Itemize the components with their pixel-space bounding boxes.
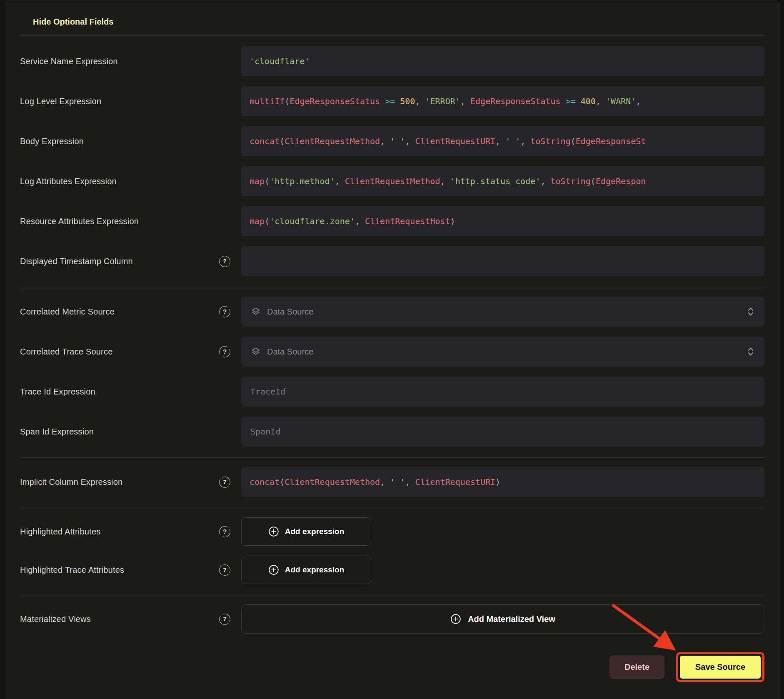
help-icon[interactable]: ? [219, 306, 230, 317]
help-icon[interactable]: ? [219, 477, 230, 488]
body-expression-label: Body Expression [20, 137, 84, 146]
section-divider [20, 595, 764, 595]
hide-optional-fields-link[interactable]: Hide Optional Fields [33, 16, 113, 27]
span-id-expression-label: Span Id Expression [20, 427, 94, 437]
correlated-metric-source-select[interactable]: Data Source [241, 297, 764, 327]
add-materialized-view-button[interactable]: Add Materialized View [241, 604, 764, 634]
add-expression-button[interactable]: Add expression [241, 517, 371, 546]
materialized-views-row: Materialized Views ? Add Materialized Vi… [20, 604, 764, 634]
body-expression-row: Body Expression concat(ClientRequestMeth… [20, 126, 764, 156]
span-id-expression-row: Span Id Expression SpanId [20, 417, 764, 447]
displayed-timestamp-column-row: Displayed Timestamp Column ? [20, 246, 764, 276]
section-divider [20, 508, 764, 508]
section-divider [20, 457, 764, 458]
section-divider [20, 287, 764, 287]
resource-attributes-expression-label: Resource Attributes Expression [20, 217, 139, 226]
layers-icon [251, 347, 260, 356]
select-placeholder: Data Source [267, 307, 747, 317]
span-id-expression-input[interactable]: SpanId [241, 417, 764, 447]
highlighted-attributes-row: Highlighted Attributes ? Add expression [20, 517, 764, 546]
footer-actions: Delete Save Source [20, 652, 764, 682]
log-attributes-expression-label: Log Attributes Expression [20, 177, 117, 186]
correlated-trace-source-select[interactable]: Data Source [241, 337, 764, 367]
log-attributes-expression-input[interactable]: map('http.method', ClientRequestMethod, … [241, 166, 764, 196]
service-name-expression-row: Service Name Expression 'cloudflare' [20, 46, 764, 76]
help-icon[interactable]: ? [219, 526, 230, 537]
add-materialized-view-button-label: Add Materialized View [468, 614, 555, 624]
help-icon[interactable]: ? [219, 564, 230, 576]
resource-attributes-expression-input[interactable]: map('cloudflare.zone', ClientRequestHost… [241, 206, 764, 236]
plus-circle-icon [450, 614, 461, 624]
trace-id-expression-row: Trace Id Expression TraceId [20, 377, 764, 407]
section-divider [20, 35, 764, 36]
source-settings-panel: Hide Optional Fields Service Name Expres… [6, 2, 779, 699]
help-icon[interactable]: ? [219, 256, 230, 267]
displayed-timestamp-column-label: Displayed Timestamp Column [20, 257, 133, 266]
log-level-expression-label: Log Level Expression [20, 97, 101, 106]
add-expression-button-label: Add expression [285, 565, 345, 574]
select-placeholder: Data Source [267, 347, 747, 357]
resource-attributes-expression-row: Resource Attributes Expression map('clou… [20, 206, 764, 236]
displayed-timestamp-column-input[interactable] [241, 246, 764, 276]
highlighted-trace-attributes-label: Highlighted Trace Attributes [20, 565, 124, 575]
correlated-trace-source-label: Correlated Trace Source [20, 347, 112, 357]
log-level-expression-input[interactable]: multiIf(EdgeResponseStatus >= 500, 'ERRO… [241, 86, 764, 116]
delete-button[interactable]: Delete [609, 655, 664, 679]
correlated-metric-source-row: Correlated Metric Source ? Data Source [20, 297, 764, 327]
body-expression-input[interactable]: concat(ClientRequestMethod, ' ', ClientR… [241, 126, 764, 156]
chevron-up-down-icon [747, 306, 754, 317]
implicit-column-expression-row: Implicit Column Expression ? concat(Clie… [20, 467, 764, 497]
help-icon[interactable]: ? [219, 614, 230, 625]
service-name-expression-label: Service Name Expression [20, 57, 118, 66]
implicit-column-expression-label: Implicit Column Expression [20, 477, 122, 487]
plus-circle-icon [268, 564, 279, 575]
plus-circle-icon [268, 526, 279, 537]
help-icon[interactable]: ? [219, 346, 230, 357]
correlated-metric-source-label: Correlated Metric Source [20, 307, 115, 317]
implicit-column-expression-input[interactable]: concat(ClientRequestMethod, ' ', ClientR… [241, 467, 764, 497]
add-expression-button-label: Add expression [285, 527, 345, 536]
log-level-expression-row: Log Level Expression multiIf(EdgeRespons… [20, 86, 764, 116]
log-attributes-expression-row: Log Attributes Expression map('http.meth… [20, 166, 764, 196]
save-source-button[interactable]: Save Source [679, 655, 761, 679]
highlighted-trace-attributes-row: Highlighted Trace Attributes ? Add expre… [20, 556, 764, 584]
trace-id-expression-input[interactable]: TraceId [241, 377, 764, 407]
trace-id-expression-label: Trace Id Expression [20, 387, 95, 397]
correlated-trace-source-row: Correlated Trace Source ? Data Source [20, 337, 764, 367]
service-name-expression-input[interactable]: 'cloudflare' [241, 46, 764, 76]
chevron-up-down-icon [747, 346, 754, 357]
materialized-views-label: Materialized Views [20, 614, 91, 624]
add-expression-button[interactable]: Add expression [241, 556, 371, 584]
annotation-highlight-box: Save Source [676, 652, 764, 682]
highlighted-attributes-label: Highlighted Attributes [20, 527, 100, 537]
layers-icon [251, 307, 260, 316]
